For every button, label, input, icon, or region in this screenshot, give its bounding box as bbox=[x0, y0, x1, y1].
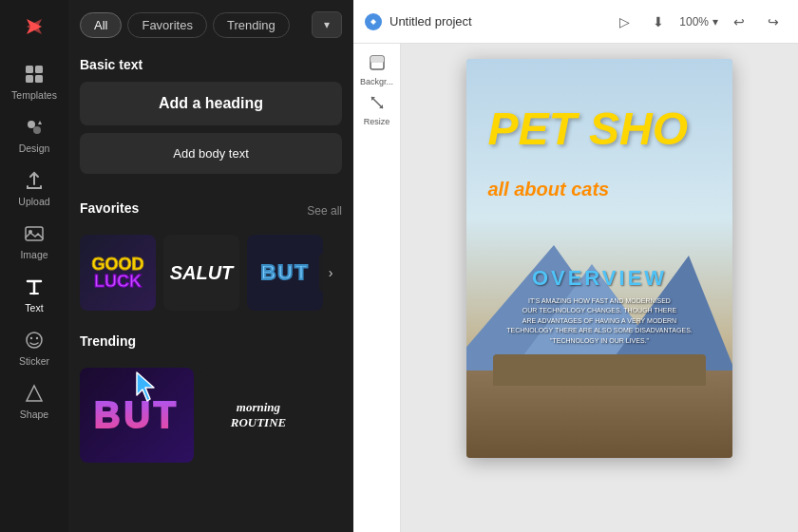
svg-rect-3 bbox=[35, 75, 43, 83]
canvas-tool-resize-label: Resize bbox=[364, 117, 390, 126]
sidebar-item-sticker-label: Sticker bbox=[19, 355, 49, 367]
templates-icon bbox=[23, 63, 46, 86]
zoom-control: 100% ▾ bbox=[679, 15, 718, 28]
filter-favorites-btn[interactable]: Favorites bbox=[127, 12, 206, 38]
text-icon bbox=[23, 276, 46, 298]
trending-item-but-gradient[interactable]: BUT bbox=[80, 368, 194, 463]
sidebar-item-design-label: Design bbox=[19, 142, 50, 154]
icon-sidebar: Templates Design Upload bbox=[0, 0, 68, 532]
filter-bar: All Favorites Trending ▾ bbox=[68, 0, 353, 46]
pet-shop-title: PET SHO bbox=[487, 106, 688, 152]
panel-content: Basic text Add a heading Add body text F… bbox=[68, 46, 353, 532]
filter-dropdown-btn[interactable]: ▾ bbox=[312, 11, 342, 38]
chevron-down-icon: ▾ bbox=[324, 18, 330, 31]
salut-text: SALUT bbox=[170, 262, 234, 284]
trending-title: Trending bbox=[80, 333, 136, 349]
canvas-play-btn[interactable]: ▷ bbox=[611, 9, 637, 35]
trending-section-header: Trending bbox=[80, 330, 342, 358]
svg-rect-1 bbox=[35, 66, 43, 73]
sidebar-item-templates-label: Templates bbox=[11, 89, 57, 101]
trending-item-morning-routine[interactable]: morning ROUTINE bbox=[201, 368, 315, 463]
sidebar-item-image[interactable]: Image bbox=[0, 215, 68, 268]
canvas-controls: ▷ ⬇ 100% ▾ ↩ ↪ bbox=[611, 9, 787, 35]
download-icon: ⬇ bbox=[653, 14, 664, 29]
sidebar-item-shape-label: Shape bbox=[20, 408, 48, 420]
undo-btn[interactable]: ↩ bbox=[726, 9, 752, 35]
canvas-project-title: Untitled project bbox=[390, 14, 603, 28]
canvas-download-btn[interactable]: ⬇ bbox=[645, 9, 672, 35]
design-icon bbox=[23, 116, 46, 139]
favorites-title: Favorites bbox=[80, 200, 139, 216]
upload-icon bbox=[23, 169, 46, 192]
app-logo bbox=[17, 10, 51, 44]
background-tool-icon bbox=[369, 54, 386, 75]
chevron-right-icon: › bbox=[329, 265, 333, 280]
sidebar-item-design[interactable]: Design bbox=[0, 108, 68, 162]
zoom-value: 100% bbox=[679, 15, 709, 28]
svg-point-8 bbox=[27, 332, 42, 348]
svg-point-5 bbox=[33, 126, 41, 134]
canvas-tool-background[interactable]: Backgr... bbox=[358, 51, 396, 89]
left-panel: All Favorites Trending ▾ Basic text Add … bbox=[68, 0, 353, 532]
favorites-item-good-luck[interactable]: GOOD LUCK bbox=[80, 235, 156, 311]
sidebar-item-text-label: Text bbox=[25, 302, 43, 314]
sidebar-item-sticker[interactable]: Sticker bbox=[0, 321, 68, 374]
favorites-items-row: GOOD LUCK SALUT BUT › bbox=[80, 235, 342, 311]
canvas-favicon bbox=[365, 13, 382, 30]
filter-all-btn[interactable]: All bbox=[80, 12, 122, 38]
sidebar-item-text[interactable]: Text bbox=[0, 268, 68, 321]
add-heading-btn[interactable]: Add a heading bbox=[80, 82, 342, 125]
favorites-item-salut[interactable]: SALUT bbox=[163, 235, 239, 311]
sidebar-item-shape[interactable]: Shape bbox=[0, 374, 68, 428]
favorites-row-next-btn[interactable]: › bbox=[319, 254, 342, 292]
undo-icon: ↩ bbox=[733, 14, 745, 29]
sidebar-item-image-label: Image bbox=[20, 249, 48, 260]
svg-point-10 bbox=[36, 337, 38, 339]
add-body-text-btn[interactable]: Add body text bbox=[80, 133, 342, 174]
favorites-section-header: Favorites See all bbox=[80, 197, 342, 225]
resize-tool-icon bbox=[369, 94, 386, 115]
sidebar-item-upload[interactable]: Upload bbox=[0, 162, 68, 215]
canvas-left-tools: Backgr... Resize bbox=[353, 44, 401, 532]
image-icon bbox=[23, 222, 46, 245]
favorites-item-but-outlined[interactable]: BUT bbox=[247, 235, 323, 311]
shape-icon bbox=[23, 382, 46, 405]
overview-title: OVERVIEW bbox=[480, 266, 719, 291]
good-luck-text: GOOD LUCK bbox=[91, 256, 143, 290]
favorites-see-all[interactable]: See all bbox=[307, 204, 342, 218]
svg-point-9 bbox=[30, 337, 32, 339]
overview-box: OVERVIEW IT'S AMAZING HOW FAST AND MODER… bbox=[480, 266, 719, 347]
zoom-chevron-icon: ▾ bbox=[712, 15, 718, 28]
canvas-content[interactable]: PET SHO all about cats OVERVIEW IT'S AMA… bbox=[401, 44, 798, 532]
overview-body: IT'S AMAZING HOW FAST AND MODERNISED OUR… bbox=[480, 296, 719, 347]
canvas-topbar: Untitled project ▷ ⬇ 100% ▾ ↩ ↪ bbox=[353, 0, 798, 44]
svg-rect-6 bbox=[26, 227, 43, 240]
canvas-wrapper: Backgr... Resize bbox=[353, 44, 798, 532]
canvas-tool-resize[interactable]: Resize bbox=[358, 91, 396, 129]
svg-rect-13 bbox=[370, 56, 384, 63]
basic-text-title: Basic text bbox=[80, 57, 342, 72]
filter-trending-btn[interactable]: Trending bbox=[213, 12, 290, 38]
svg-rect-2 bbox=[26, 75, 33, 83]
but-gradient-text: BUT bbox=[94, 395, 180, 436]
sidebar-item-upload-label: Upload bbox=[18, 196, 49, 207]
play-icon: ▷ bbox=[619, 14, 630, 29]
but-outlined-text: BUT bbox=[260, 260, 309, 285]
svg-point-4 bbox=[28, 121, 35, 128]
morning-routine-text: morning ROUTINE bbox=[231, 400, 287, 429]
canvas-area: Untitled project ▷ ⬇ 100% ▾ ↩ ↪ bbox=[353, 0, 798, 532]
sidebar-item-templates[interactable]: Templates bbox=[0, 55, 68, 108]
redo-icon: ↪ bbox=[768, 14, 779, 29]
trending-items-row: BUT morning ROUTINE bbox=[80, 368, 342, 463]
canvas-text-overlay: PET SHO all about cats OVERVIEW IT'S AMA… bbox=[466, 59, 732, 458]
sticker-icon bbox=[23, 329, 46, 352]
svg-rect-0 bbox=[26, 66, 33, 73]
canvas-tool-background-label: Backgr... bbox=[360, 77, 393, 86]
cats-subtitle: all about cats bbox=[487, 179, 609, 200]
design-canvas: PET SHO all about cats OVERVIEW IT'S AMA… bbox=[466, 59, 732, 458]
redo-btn[interactable]: ↪ bbox=[760, 9, 787, 35]
